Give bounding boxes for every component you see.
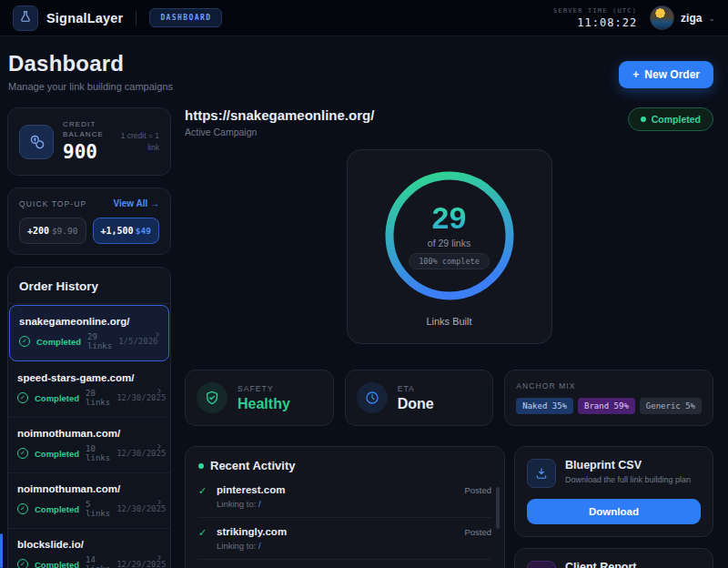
page-title: Dashboard: [8, 51, 713, 76]
divider: [136, 11, 136, 25]
activity-path: /: [258, 541, 261, 551]
download-button[interactable]: Download: [527, 499, 701, 524]
activity-site: strikingly.com: [217, 526, 464, 537]
check-circle-icon: ✓: [17, 503, 28, 514]
check-circle-icon: ✓: [17, 559, 28, 568]
status-text: Completed: [652, 114, 701, 125]
links-total-label: of 29 links: [428, 238, 470, 248]
page-scrollbar[interactable]: [0, 533, 3, 568]
topup-option-button[interactable]: +1,500$49: [93, 218, 160, 244]
quick-topup-label: QUICK TOP-UP: [19, 199, 86, 208]
user-menu[interactable]: ziga ⌄: [650, 5, 715, 30]
safety-value: Healthy: [238, 396, 290, 412]
topup-credits: +200: [27, 226, 49, 236]
clock-icon: [357, 382, 388, 413]
status-badge: Completed: [628, 107, 713, 131]
credit-note: 1 credit = 1 link: [119, 130, 159, 154]
page-subtitle: Manage your link building campaigns: [8, 81, 713, 92]
campaign-header: https://snakegameonline.org/ Active Camp…: [185, 107, 713, 137]
order-history-item[interactable]: blockslide.io/✓Completed14 links12/29/20…: [8, 529, 170, 568]
order-domain: noimnothuman.com/: [17, 483, 154, 494]
chevron-right-icon: ›: [157, 439, 161, 452]
client-report-card: Client Report: [514, 548, 713, 568]
order-history-list: snakegameonline.org/✓Completed29 links1/…: [8, 305, 170, 568]
eta-card: ETA Done: [345, 370, 494, 426]
logo: [13, 5, 38, 31]
activity-item: ✓pinterest.comLinking to: /Posted: [198, 476, 491, 518]
credit-balance-value: 900: [63, 141, 110, 163]
blueprint-title: Blueprint CSV: [565, 459, 691, 472]
percent-complete-badge: 100% complete: [409, 253, 490, 269]
order-links-count: 29 links: [87, 332, 112, 350]
topup-option-button[interactable]: +200$9.90: [19, 218, 86, 244]
campaign-label: Active Campaign: [185, 127, 374, 137]
order-status: Completed: [36, 337, 81, 347]
order-links-count: 28 links: [86, 389, 110, 407]
order-domain: snakegameonline.org/: [19, 316, 152, 327]
download-icon: [527, 459, 556, 488]
order-history-item[interactable]: noimnothuman.com/✓Completed5 links12/30/…: [8, 473, 170, 529]
topup-price: $49: [136, 226, 151, 236]
shield-check-icon: [197, 382, 228, 413]
server-time: SERVER TIME (UTC) 11:08:22: [553, 7, 637, 29]
check-icon: ✓: [198, 526, 217, 551]
order-history-item[interactable]: noimnothuman.com/✓Completed10 links12/30…: [8, 418, 170, 473]
progress-card: 29 of 29 links 100% complete Links Built: [347, 149, 552, 344]
blueprint-csv-card: Blueprint CSV Download the full link bui…: [514, 446, 713, 537]
order-status: Completed: [35, 449, 79, 459]
recent-activity-title: Recent Activity: [210, 459, 295, 472]
avatar: [650, 5, 674, 30]
recent-activity-card: Recent Activity ✓pinterest.comLinking to…: [185, 446, 505, 568]
order-status: Completed: [35, 393, 79, 403]
eta-label: ETA: [398, 384, 434, 393]
page-header: Dashboard Manage your link building camp…: [8, 51, 713, 92]
check-icon: ✓: [198, 484, 217, 509]
anchor-pill: Brand 59%: [578, 398, 635, 414]
main-content: https://snakegameonline.org/ Active Camp…: [185, 107, 713, 568]
activity-scrollbar[interactable]: [496, 487, 500, 529]
activity-dot-icon: [198, 463, 204, 469]
quick-topup-card: QUICK TOP-UP View All → +200$9.90+1,500$…: [7, 188, 171, 255]
campaign-url: https://snakegameonline.org/: [185, 107, 374, 123]
chevron-right-icon: ›: [156, 327, 159, 340]
anchor-pill: Generic 5%: [640, 398, 702, 414]
order-history-item[interactable]: speed-stars-game.com/✓Completed28 links1…: [8, 362, 170, 418]
chevron-right-icon: ›: [157, 494, 161, 508]
client-report-title: Client Report: [565, 561, 636, 568]
flask-icon: [19, 10, 32, 26]
order-history-card: Order History snakegameonline.org/✓Compl…: [7, 267, 171, 568]
activity-list: ✓pinterest.comLinking to: /Posted✓striki…: [198, 476, 491, 568]
chevron-right-icon: ›: [157, 383, 161, 397]
topup-options: +200$9.90+1,500$49: [19, 218, 159, 244]
chevron-down-icon: ⌄: [708, 14, 715, 23]
activity-status: Posted: [464, 484, 491, 509]
order-date: 1/5/2026: [118, 337, 157, 346]
anchor-mix-card: ANCHOR MIX Naked 35%Brand 59%Generic 5%: [504, 370, 713, 426]
activity-status: Posted: [464, 526, 491, 551]
credit-balance-card: CREDIT BALANCE 900 1 credit = 1 link: [7, 107, 171, 176]
stats-row: SAFETY Healthy ETA Done ANCHOR MIX Naked…: [185, 370, 713, 426]
server-time-label: SERVER TIME (UTC): [553, 7, 637, 15]
new-order-label: New Order: [644, 68, 700, 81]
activity-linking: Linking to: /: [217, 541, 464, 551]
sidebar: CREDIT BALANCE 900 1 credit = 1 link QUI…: [7, 107, 171, 568]
check-circle-icon: ✓: [17, 392, 28, 403]
order-history-item[interactable]: snakegameonline.org/✓Completed29 links1/…: [9, 305, 169, 361]
nav-dashboard-badge[interactable]: DASHBOARD: [149, 8, 222, 27]
server-time-value: 11:08:22: [553, 16, 637, 29]
new-order-button[interactable]: + New Order: [619, 61, 713, 88]
credit-balance-label: CREDIT BALANCE: [63, 120, 110, 140]
links-built-caption: Links Built: [348, 316, 551, 327]
topup-price: $9.90: [52, 226, 78, 236]
view-all-link[interactable]: View All →: [113, 198, 159, 208]
top-bar: SignalLayer DASHBOARD SERVER TIME (UTC) …: [0, 0, 728, 36]
status-dot-icon: [641, 117, 646, 122]
order-domain: noimnothuman.com/: [17, 428, 154, 439]
order-links-count: 14 links: [86, 555, 110, 568]
check-circle-icon: ✓: [17, 448, 28, 459]
activity-item: ✓kaggle.comLinking to: /Posted: [198, 560, 491, 568]
bottom-row: Recent Activity ✓pinterest.comLinking to…: [185, 446, 713, 568]
check-circle-icon: ✓: [19, 336, 30, 347]
order-status: Completed: [35, 560, 79, 568]
order-domain: speed-stars-game.com/: [17, 372, 154, 383]
